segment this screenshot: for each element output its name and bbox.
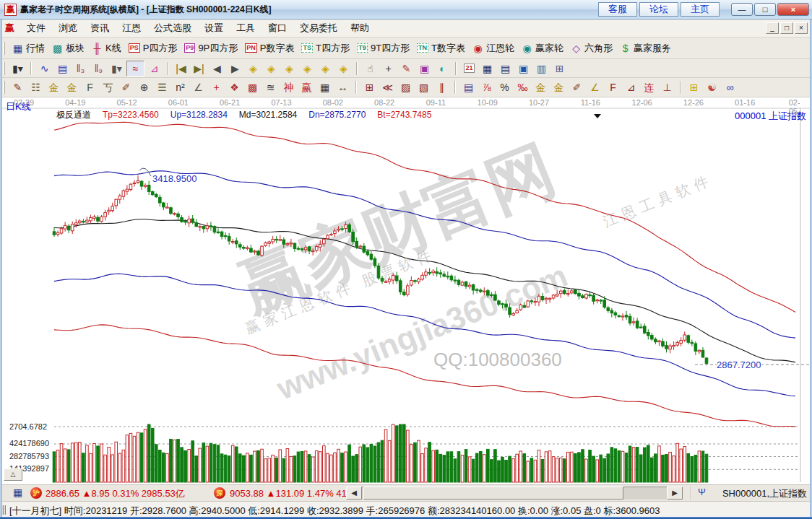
forum-button[interactable]: 论坛 [639, 2, 678, 17]
tool-t-table[interactable]: TNT数字表 [414, 40, 468, 56]
tool-p-table[interactable]: PNP数字表 [242, 40, 297, 56]
statusbar-grip[interactable] [2, 505, 6, 515]
tool-zoom-out-h[interactable]: ◈ [299, 61, 316, 77]
restore-button[interactable]: □ [754, 3, 776, 16]
tool-gold-grid-1[interactable]: 金 [46, 79, 62, 95]
tool-hook-grid[interactable]: 丂 [100, 79, 116, 95]
tool-web-grid[interactable]: ▩ [244, 79, 261, 95]
tool-gann-grid[interactable]: ☷ [27, 79, 44, 95]
tool-yinyang[interactable]: ☯ [704, 79, 720, 95]
mdi-restore-button[interactable]: □ [780, 22, 793, 34]
tool-permille[interactable]: ‰ [514, 79, 531, 95]
tool-ying-tool[interactable]: 赢 [298, 79, 315, 95]
tool-color-chart[interactable]: ⊿ [146, 61, 163, 77]
tool-first-bar[interactable]: |◀ [173, 61, 189, 77]
tool-pencil[interactable]: ✎ [9, 79, 26, 95]
tool-save[interactable]: ▣ [515, 61, 532, 77]
tool-angle-gold[interactable]: ∠ [587, 79, 603, 95]
tool-percent[interactable]: % [496, 79, 513, 95]
tool-t-square[interactable]: TST四方形 [298, 40, 352, 56]
menu-item-帮助[interactable]: 帮助 [344, 20, 376, 36]
tool-box-tool[interactable]: ⊞ [361, 79, 378, 95]
tool-net-share[interactable]: ▥ [533, 61, 550, 77]
close-button[interactable]: × [777, 3, 809, 16]
tool-signal-tool[interactable]: ≈ [126, 61, 144, 77]
tool-winner-service[interactable]: $赢家服务 [617, 40, 674, 56]
tool-memo[interactable]: ▤ [497, 61, 514, 77]
tool-p-square[interactable]: PSP四方形 [126, 40, 181, 56]
minimize-button[interactable]: — [731, 3, 753, 16]
tool-dense-grid[interactable]: ▦ [316, 79, 333, 95]
tool-f-line[interactable]: F [605, 79, 621, 95]
tool-zoom-in-h[interactable]: ◈ [281, 61, 298, 77]
quotes-mini-icon[interactable]: ▦ [13, 487, 22, 498]
tool-gold-circle[interactable]: 金 [532, 79, 549, 95]
tool-ruler[interactable]: ☰ [154, 79, 170, 95]
menu-item-资讯[interactable]: 资讯 [84, 20, 116, 36]
tool-single-candle-dropdown[interactable]: ▮▾ [108, 61, 125, 77]
tool-stats-table[interactable]: ▤ [460, 79, 477, 95]
tool-sectors[interactable]: ▩板块 [49, 40, 87, 56]
tool-clipboard[interactable]: ▣ [416, 61, 433, 77]
tool-drag-hand[interactable]: ☝ [362, 61, 379, 77]
tool-hexagon[interactable]: ◇六角形 [568, 40, 616, 56]
tool-zoom-in-all[interactable]: ◈ [317, 61, 334, 77]
menu-item-江恩[interactable]: 江恩 [116, 20, 147, 36]
tool-percent-78[interactable]: ⅞ [478, 79, 495, 95]
chart-horizontal-scrollbar[interactable]: ◀ ▶ [346, 487, 683, 500]
tool-9t-square[interactable]: T99T四方形 [354, 40, 413, 56]
tool-zoom-region[interactable]: ∿ [36, 61, 53, 77]
tool-9p-square[interactable]: P99P四方形 [181, 40, 241, 56]
tool-parallel-lines[interactable]: ∥ [433, 79, 450, 95]
tool-winner-wheel[interactable]: ◉赢家轮 [519, 40, 566, 56]
tool-angle[interactable]: ∠ [190, 79, 207, 95]
toolbar-grip[interactable] [3, 62, 5, 75]
toolbar-grip[interactable] [3, 42, 5, 55]
tool-yellow-grid[interactable]: ⊞ [686, 79, 702, 95]
tool-perp[interactable]: ⊥ [659, 79, 675, 95]
tool-gold-line[interactable]: 金 [550, 79, 567, 95]
shenzhen-exchange-icon[interactable]: 深 [214, 487, 225, 499]
tool-n-squared[interactable]: n² [172, 79, 189, 95]
tool-quotes[interactable]: ▦行情 [9, 40, 48, 56]
tool-pattern[interactable]: ◐ [434, 61, 451, 77]
tool-f-grid[interactable]: F [82, 79, 98, 95]
home-button[interactable]: 主页 [681, 2, 720, 17]
service-button[interactable]: 客服 [598, 2, 637, 17]
tool-annotate-pen[interactable]: ✎ [398, 61, 415, 77]
tool-brush[interactable]: ✐ [118, 79, 134, 95]
menu-item-窗口[interactable]: 窗口 [262, 20, 293, 36]
tool-infinity[interactable]: ∞ [722, 79, 738, 95]
tool-prev-bar[interactable]: ◀ [209, 61, 225, 77]
menu-item-交易委托[interactable]: 交易委托 [293, 20, 344, 36]
scrollbar-thumb[interactable] [363, 487, 623, 500]
tool-radial[interactable]: ❖ [226, 79, 243, 95]
tool-info-note[interactable]: ▤ [54, 61, 71, 77]
tool-grid-shade-2[interactable]: ▧ [415, 79, 432, 95]
toolbar-grip[interactable] [3, 81, 5, 94]
tool-crosshair[interactable]: + [380, 61, 397, 77]
menu-item-公式选股[interactable]: 公式选股 [147, 20, 198, 36]
tool-lian-tool[interactable]: 连 [641, 79, 657, 95]
tool-compass[interactable]: + [208, 79, 225, 95]
tool-remote-pc[interactable]: ⊞ [551, 61, 568, 77]
tool-grid-shade-1[interactable]: ▨ [397, 79, 414, 95]
tool-gann-wheel[interactable]: ◉江恩轮 [470, 40, 517, 56]
tool-next-bar[interactable]: ▶ [227, 61, 243, 77]
menu-item-设置[interactable]: 设置 [198, 20, 230, 36]
tool-bars-3[interactable]: ‖₃ [72, 61, 89, 77]
scroll-left-arrow[interactable]: ◀ [346, 487, 362, 500]
tool-calendar[interactable]: 21 [461, 61, 478, 77]
tool-circle-360[interactable]: ⊕ [136, 79, 152, 95]
tool-price-pen[interactable]: ✐ [569, 79, 585, 95]
tool-wave[interactable]: ≋ [262, 79, 279, 95]
tool-kline[interactable]: ╫K线 [89, 40, 124, 56]
menu-item-浏览[interactable]: 浏览 [52, 20, 84, 36]
tool-zoom-out-all[interactable]: ◈ [335, 61, 352, 77]
tool-width-arrows[interactable]: ↔ [334, 79, 351, 95]
tool-calculator[interactable]: ▦ [479, 61, 496, 77]
shanghai-exchange-icon[interactable]: 沪 [30, 487, 42, 499]
tool-shift-right[interactable]: ◈ [263, 61, 280, 77]
kline-chart[interactable]: 3418.95002867.7200 [0, 97, 812, 484]
tool-last-bar[interactable]: ▶| [191, 61, 207, 77]
